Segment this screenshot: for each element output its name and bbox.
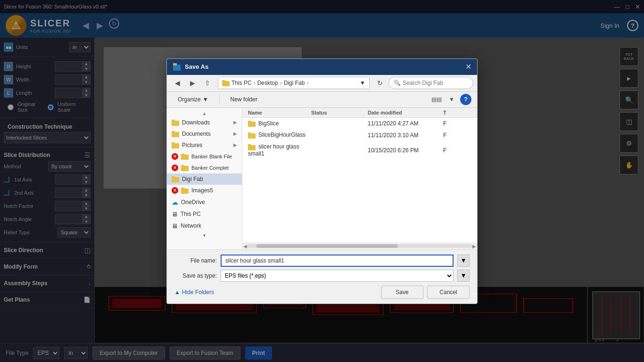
col-name-header: Name <box>248 110 311 115</box>
dialog-content: ▲ Downloads ▶ Documents ▶ Pictures <box>167 108 477 249</box>
dialog-overlay: Save As ✕ ◀ ▶ ⇧ This PC › Desktop › Dig <box>0 0 644 362</box>
nav-item-downloads[interactable]: Downloads ▶ <box>167 117 242 128</box>
col-date-header: Date modified <box>368 110 443 115</box>
dialog-toolbar: Organize ▼ New folder ▤▤ ▼ ? <box>167 92 477 108</box>
nav-item-banker-complet[interactable]: ✕ Banker Complet <box>167 162 242 173</box>
file-bigslice-name: BigSlice <box>248 120 311 127</box>
svg-rect-44 <box>248 132 251 134</box>
downloads-folder-icon <box>172 119 179 126</box>
file-slicerhour-date: 10/15/2020 6:26 PM <box>368 147 443 154</box>
slicebig-folder-icon <box>248 132 256 139</box>
scroll-left-btn[interactable]: ◀ <box>243 244 247 249</box>
file-list: BigSlice 11/11/2020 4:27 AM F SliceBigHo… <box>242 118 477 243</box>
documents-label: Documents <box>182 131 211 137</box>
nav-item-digifab[interactable]: Digi Fab <box>167 173 242 185</box>
scroll-thumb[interactable] <box>256 244 398 248</box>
nav-item-banker-blank[interactable]: ✕ Banker Blank File <box>167 151 242 162</box>
nav-forward-button[interactable]: ▶ <box>186 76 199 90</box>
file-slicebig-name: SliceBigHourGlass <box>248 132 311 139</box>
file-row-slicerhour[interactable]: slicer hour glass small1 10/15/2020 6:26… <box>242 141 477 159</box>
cancel-button[interactable]: Cancel <box>427 286 470 299</box>
nav-item-onedrive[interactable]: ☁ OneDrive <box>167 196 242 208</box>
network-icon: 🖥 <box>172 222 178 230</box>
nav-item-network[interactable]: 🖥 Network <box>167 220 242 232</box>
nav-back-button[interactable]: ◀ <box>171 76 184 90</box>
file-slicebig-date: 11/11/2020 3:10 AM <box>368 132 443 139</box>
banker-blank-label: Banker Blank File <box>191 154 232 159</box>
svg-rect-26 <box>222 80 225 82</box>
breadcrumb-this-pc: This PC <box>231 80 252 86</box>
nav-item-this-pc[interactable]: 🖥 This PC <box>167 208 242 220</box>
breadcrumb-sep1: › <box>254 80 256 86</box>
file-row-slicebighourglass[interactable]: SliceBigHourGlass 11/11/2020 3:10 AM F <box>242 129 477 141</box>
new-folder-button[interactable]: New folder <box>225 93 263 106</box>
onedrive-label: OneDrive <box>181 199 205 206</box>
filename-label: File name: <box>174 257 217 264</box>
save-as-dialog: Save As ✕ ◀ ▶ ⇧ This PC › Desktop › Dig <box>166 58 478 304</box>
search-icon: 🔍 <box>394 80 401 86</box>
nav-scroll-down[interactable]: ▼ <box>167 232 242 239</box>
dialog-titlebar: Save As ✕ <box>167 59 477 75</box>
this-pc-label: This PC <box>181 211 201 217</box>
savetype-label: Save as type: <box>174 272 217 279</box>
svg-rect-40 <box>181 188 184 189</box>
svg-rect-36 <box>181 165 184 167</box>
organize-button[interactable]: Organize ▼ <box>173 93 214 106</box>
save-button[interactable]: Save <box>381 286 423 299</box>
breadcrumb-sep2: › <box>280 80 282 86</box>
banker-blank-error-icon: ✕ <box>172 153 178 160</box>
svg-rect-32 <box>172 142 175 144</box>
horizontal-scrollbar[interactable]: ◀ ▶ <box>242 243 477 249</box>
view-dropdown-button[interactable]: ▼ <box>445 93 458 106</box>
images5-label: Images5 <box>191 187 213 194</box>
nav-scroll-up[interactable]: ▲ <box>167 110 242 117</box>
hide-folders-link[interactable]: ▲ Hide Folders <box>174 289 214 296</box>
nav-up-button[interactable]: ⇧ <box>201 76 214 90</box>
svg-rect-38 <box>172 176 175 178</box>
onedrive-icon: ☁ <box>172 198 178 206</box>
savetype-select[interactable]: EPS files (*.eps) SVG files (*.svg) DXF … <box>221 270 454 282</box>
dialog-close-button[interactable]: ✕ <box>465 62 471 71</box>
col-type-header: T <box>443 110 471 115</box>
dialog-title: Save As <box>185 63 208 70</box>
toolbar-separator <box>219 95 220 104</box>
banker-complet-label: Banker Complet <box>191 165 229 171</box>
file-row-bigslice[interactable]: BigSlice 11/11/2020 4:27 AM F <box>242 118 477 130</box>
col-status-header: Status <box>311 110 368 115</box>
digifab-folder-icon <box>172 176 179 182</box>
file-slicerhour-name: slicer hour glass small1 <box>248 143 311 157</box>
file-bigslice-type: F <box>443 120 471 127</box>
view-toggle-button[interactable]: ▤▤ <box>430 93 443 106</box>
nav-refresh-button[interactable]: ↻ <box>373 76 387 90</box>
nav-item-pictures[interactable]: Pictures ▶ <box>167 140 242 151</box>
file-slicerhour-type: F <box>443 147 471 154</box>
nav-item-images5[interactable]: ✕ Images5 <box>167 185 242 196</box>
svg-rect-34 <box>181 154 184 156</box>
file-slicebig-type: F <box>443 132 471 139</box>
banker-complet-error-icon: ✕ <box>172 165 178 171</box>
breadcrumb-dropdown-btn[interactable]: ▼ <box>360 80 365 86</box>
search-input[interactable] <box>403 80 464 86</box>
banker-complet-folder-icon <box>181 165 189 171</box>
filename-dropdown-btn[interactable]: ▼ <box>457 255 470 267</box>
downloads-arrow: ▶ <box>233 120 237 125</box>
savetype-dropdown-btn[interactable]: ▼ <box>457 270 470 282</box>
nav-pane: ▲ Downloads ▶ Documents ▶ Pictures <box>167 108 242 249</box>
scroll-track <box>247 244 472 248</box>
new-folder-label: New folder <box>231 96 257 103</box>
dialog-actions: ▲ Hide Folders Save Cancel <box>174 286 470 299</box>
filename-input[interactable] <box>221 255 454 267</box>
search-box: 🔍 <box>388 77 473 89</box>
dialog-body: ◀ ▶ ⇧ This PC › Desktop › Digi Fab › ▼ ↻ <box>167 75 477 304</box>
digifab-label: Digi Fab <box>182 176 203 182</box>
svg-rect-46 <box>248 144 251 146</box>
slicerhour-folder-icon <box>248 144 256 150</box>
dialog-help-button[interactable]: ? <box>460 94 471 105</box>
bigslice-folder-icon <box>248 120 256 127</box>
scroll-right-btn[interactable]: ▶ <box>472 244 476 249</box>
documents-arrow: ▶ <box>233 131 237 136</box>
nav-item-documents[interactable]: Documents ▶ <box>167 128 242 140</box>
file-bigslice-date: 11/11/2020 4:27 AM <box>368 120 443 127</box>
breadcrumb-desktop: Desktop <box>257 80 278 86</box>
svg-rect-30 <box>172 131 175 133</box>
